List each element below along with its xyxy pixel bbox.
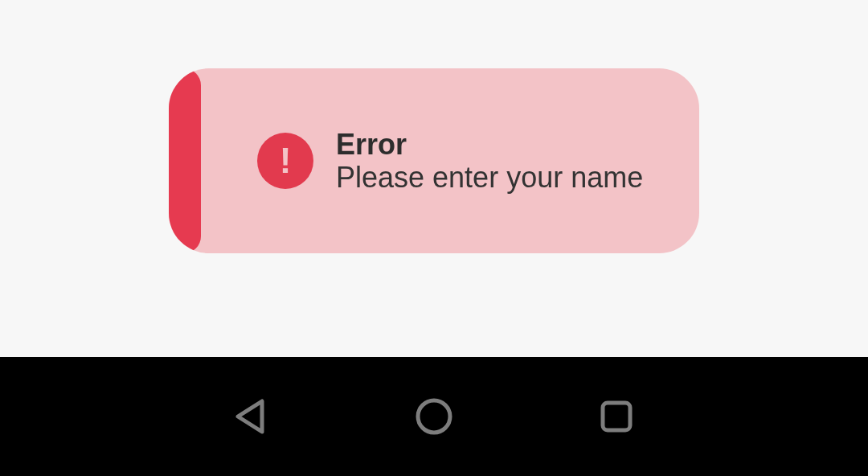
exclamation-icon: ! (257, 133, 313, 189)
error-alert: ! Error Please enter your name (169, 68, 699, 253)
android-navbar (0, 357, 868, 476)
alert-text: Error Please enter your name (336, 128, 643, 195)
back-triangle-icon (233, 398, 270, 435)
svg-point-0 (418, 400, 450, 433)
alert-message: Please enter your name (336, 161, 643, 194)
nav-home-button[interactable] (410, 392, 458, 441)
alert-body: ! Error Please enter your name (201, 128, 643, 195)
svg-rect-1 (603, 403, 630, 430)
recents-square-icon (598, 398, 635, 435)
alert-accent-bar (169, 68, 201, 253)
exclamation-glyph: ! (280, 141, 292, 181)
nav-back-button[interactable] (227, 392, 276, 441)
nav-recents-button[interactable] (592, 392, 641, 441)
alert-title: Error (336, 128, 643, 161)
home-circle-icon (414, 396, 454, 437)
